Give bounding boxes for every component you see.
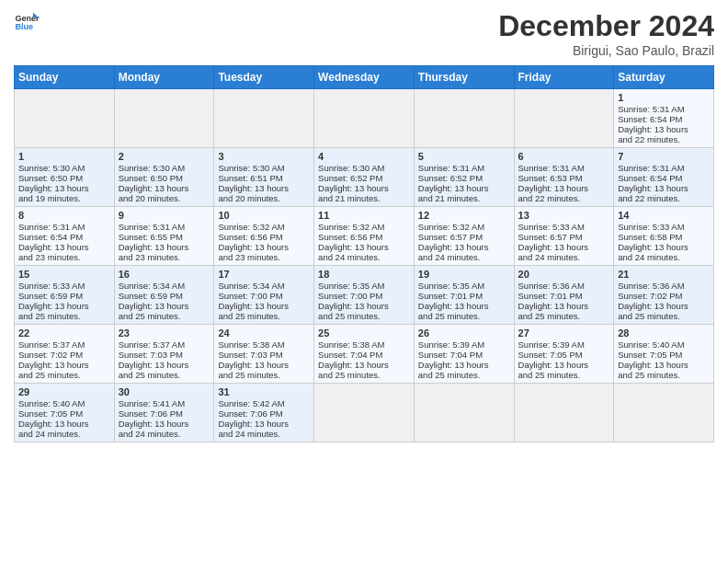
sunrise-text: Sunrise: 5:40 AM — [618, 339, 684, 350]
sunrise-text: Sunrise: 5:39 AM — [418, 339, 484, 350]
calendar-cell: 1Sunrise: 5:31 AMSunset: 6:54 PMDaylight… — [614, 89, 714, 148]
week-row-1: 1Sunrise: 5:30 AMSunset: 6:50 PMDaylight… — [15, 148, 714, 207]
sunset-text: Sunset: 7:05 PM — [518, 350, 583, 360]
daylight-label: Daylight: 13 hours — [418, 360, 489, 370]
calendar-cell: 15Sunrise: 5:33 AMSunset: 6:59 PMDayligh… — [15, 266, 115, 325]
sunset-text: Sunset: 7:01 PM — [418, 291, 483, 301]
sunrise-text: Sunrise: 5:31 AM — [18, 222, 85, 232]
day-number: 11 — [318, 210, 410, 221]
sunrise-text: Sunrise: 5:39 AM — [518, 339, 585, 350]
sunrise-text: Sunrise: 5:33 AM — [618, 222, 684, 232]
daylight-minutes: and 25 minutes. — [518, 370, 581, 380]
page-container: General Blue December 2024 Birigui, Sao … — [0, 0, 728, 452]
daylight-label: Daylight: 13 hours — [618, 242, 688, 252]
calendar-cell — [314, 89, 415, 148]
calendar-cell: 16Sunrise: 5:34 AMSunset: 6:59 PMDayligh… — [114, 266, 214, 325]
calendar-cell — [614, 384, 714, 442]
daylight-label: Daylight: 13 hours — [618, 301, 688, 311]
sunset-text: Sunset: 7:06 PM — [218, 408, 282, 419]
calendar-cell: 29Sunrise: 5:40 AMSunset: 7:05 PMDayligh… — [15, 384, 115, 442]
day-number: 6 — [518, 151, 610, 162]
sunrise-text: Sunrise: 5:30 AM — [318, 163, 384, 173]
daylight-minutes: and 25 minutes. — [119, 311, 181, 321]
day-number: 31 — [218, 386, 310, 397]
daylight-label: Daylight: 13 hours — [618, 360, 688, 370]
daylight-minutes: and 23 minutes. — [18, 252, 81, 262]
calendar-cell: 22Sunrise: 5:37 AMSunset: 7:02 PMDayligh… — [15, 325, 115, 384]
sunset-text: Sunset: 6:58 PM — [618, 232, 682, 242]
main-title: December 2024 — [498, 9, 714, 43]
calendar-cell: 6Sunrise: 5:31 AMSunset: 6:53 PMDaylight… — [514, 148, 614, 207]
daylight-minutes: and 25 minutes. — [18, 370, 81, 380]
sunrise-text: Sunrise: 5:38 AM — [218, 339, 284, 350]
calendar-cell: 25Sunrise: 5:38 AMSunset: 7:04 PMDayligh… — [314, 325, 415, 384]
daylight-minutes: and 20 minutes. — [218, 193, 280, 203]
calendar-cell: 12Sunrise: 5:32 AMSunset: 6:57 PMDayligh… — [414, 207, 514, 266]
day-number: 29 — [18, 386, 110, 397]
calendar-cell: 20Sunrise: 5:36 AMSunset: 7:01 PMDayligh… — [514, 266, 614, 325]
sunset-text: Sunset: 7:00 PM — [218, 291, 282, 301]
day-number: 3 — [218, 151, 310, 162]
day-number: 30 — [119, 386, 210, 397]
daylight-minutes: and 22 minutes. — [618, 134, 680, 144]
sunset-text: Sunset: 6:59 PM — [119, 291, 183, 301]
week-row-5: 29Sunrise: 5:40 AMSunset: 7:05 PMDayligh… — [15, 384, 714, 442]
header-cell-thursday: Thursday — [414, 66, 514, 89]
day-number: 26 — [418, 327, 510, 339]
calendar-cell: 2Sunrise: 5:30 AMSunset: 6:50 PMDaylight… — [114, 148, 214, 207]
day-number: 27 — [518, 327, 610, 339]
daylight-label: Daylight: 13 hours — [318, 360, 389, 370]
header-cell-tuesday: Tuesday — [214, 66, 314, 89]
daylight-minutes: and 25 minutes. — [518, 311, 581, 321]
daylight-minutes: and 25 minutes. — [218, 370, 280, 380]
day-number: 19 — [418, 269, 510, 280]
daylight-label: Daylight: 13 hours — [318, 183, 389, 193]
day-number: 28 — [618, 327, 710, 339]
day-number: 16 — [119, 269, 210, 280]
sunrise-text: Sunrise: 5:31 AM — [618, 163, 684, 173]
calendar-cell: 31Sunrise: 5:42 AMSunset: 7:06 PMDayligh… — [214, 384, 314, 442]
calendar-cell: 13Sunrise: 5:33 AMSunset: 6:57 PMDayligh… — [514, 207, 614, 266]
svg-text:General: General — [15, 14, 40, 23]
calendar-cell — [314, 384, 415, 442]
day-number: 22 — [18, 327, 110, 339]
daylight-label: Daylight: 13 hours — [18, 360, 89, 370]
sunset-text: Sunset: 7:05 PM — [18, 408, 83, 419]
header: General Blue December 2024 Birigui, Sao … — [14, 9, 714, 58]
daylight-label: Daylight: 13 hours — [18, 183, 89, 193]
calendar-cell — [214, 89, 314, 148]
daylight-minutes: and 25 minutes. — [18, 311, 81, 321]
day-number: 8 — [18, 210, 110, 221]
sunset-text: Sunset: 7:01 PM — [518, 291, 583, 301]
sunrise-text: Sunrise: 5:31 AM — [119, 222, 185, 232]
header-cell-friday: Friday — [514, 66, 614, 89]
daylight-label: Daylight: 13 hours — [119, 360, 189, 370]
daylight-label: Daylight: 13 hours — [119, 301, 189, 311]
logo: General Blue — [14, 9, 40, 35]
sunrise-text: Sunrise: 5:33 AM — [518, 222, 585, 232]
daylight-label: Daylight: 13 hours — [218, 360, 289, 370]
day-number: 12 — [418, 210, 510, 221]
daylight-label: Daylight: 13 hours — [518, 242, 589, 252]
daylight-label: Daylight: 13 hours — [18, 419, 89, 429]
sunset-text: Sunset: 7:03 PM — [119, 350, 183, 360]
daylight-label: Daylight: 13 hours — [218, 242, 289, 252]
daylight-label: Daylight: 13 hours — [18, 301, 89, 311]
sunrise-text: Sunrise: 5:32 AM — [318, 222, 384, 232]
header-cell-sunday: Sunday — [15, 66, 115, 89]
calendar-cell: 11Sunrise: 5:32 AMSunset: 6:56 PMDayligh… — [314, 207, 415, 266]
sunset-text: Sunset: 6:56 PM — [318, 232, 382, 242]
calendar-cell: 21Sunrise: 5:36 AMSunset: 7:02 PMDayligh… — [614, 266, 714, 325]
sunrise-text: Sunrise: 5:31 AM — [418, 163, 484, 173]
header-cell-monday: Monday — [114, 66, 214, 89]
day-number: 4 — [318, 151, 410, 162]
calendar-cell: 19Sunrise: 5:35 AMSunset: 7:01 PMDayligh… — [414, 266, 514, 325]
daylight-minutes: and 24 minutes. — [418, 252, 481, 262]
calendar-cell — [414, 89, 514, 148]
daylight-label: Daylight: 13 hours — [218, 301, 289, 311]
day-number: 10 — [218, 210, 310, 221]
daylight-minutes: and 24 minutes. — [618, 252, 680, 262]
daylight-label: Daylight: 13 hours — [318, 301, 389, 311]
daylight-label: Daylight: 13 hours — [119, 419, 189, 429]
daylight-minutes: and 25 minutes. — [218, 311, 280, 321]
